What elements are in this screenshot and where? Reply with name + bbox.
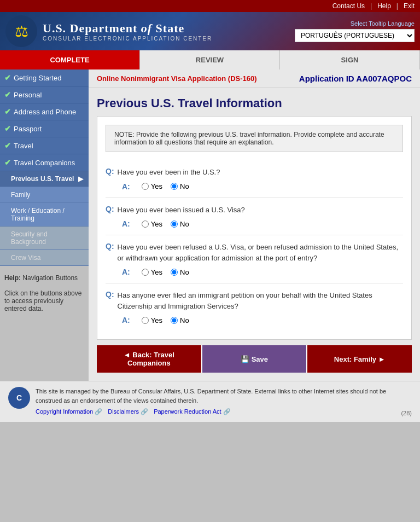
sidebar: ✔ Getting Started ✔ Personal ✔ Address a…	[0, 69, 89, 381]
a-label-1: A:	[122, 182, 130, 191]
question-row-4: Q: Has anyone ever filed an immigrant pe…	[106, 290, 403, 311]
separator2: |	[396, 2, 398, 10]
q3-yes-radio[interactable]	[142, 269, 149, 276]
disclaimers-link[interactable]: Disclaimers 🔗	[108, 407, 148, 416]
nav-buttons: ◄ Back: Travel Companions 💾 Save Next: F…	[97, 345, 412, 373]
footer-links: Copyright Information 🔗 Disclaimers 🔗 Pa…	[36, 407, 395, 416]
next-button[interactable]: Next: Family ►	[307, 345, 412, 373]
q3-no-radio[interactable]	[171, 269, 178, 276]
back-button[interactable]: ◄ Back: Travel Companions	[97, 345, 201, 373]
progress-tabs: COMPLETE REVIEW SIGN	[0, 50, 420, 69]
main-content: Online Nonimmigrant Visa Application (DS…	[89, 69, 420, 381]
check-icon: ✔	[4, 141, 11, 150]
q4-no-option[interactable]: No	[171, 316, 189, 324]
a-label-3: A:	[122, 268, 130, 276]
sidebar-item-passport[interactable]: ✔ Passport	[0, 120, 89, 137]
tooltip-label: Select Tooltip Language	[351, 20, 415, 27]
q2-no-radio[interactable]	[171, 221, 178, 228]
tooltip-section: Select Tooltip Language PORTUGUÊS (PORTU…	[295, 20, 415, 42]
sidebar-item-travel[interactable]: ✔ Travel	[0, 137, 89, 154]
top-bar: Contact Us | Help | Exit	[0, 0, 420, 12]
q4-no-radio[interactable]	[171, 317, 178, 324]
q-label-1: Q:	[106, 167, 114, 176]
a-label-4: A:	[122, 316, 130, 324]
help-link[interactable]: Help	[377, 2, 391, 10]
app-title: Online Nonimmigrant Visa Application (DS…	[97, 74, 257, 83]
q1-no-radio[interactable]	[171, 183, 178, 190]
q-label-3: Q:	[106, 242, 114, 251]
q-text-2: Have you ever been issued a U.S. Visa?	[118, 205, 245, 216]
seal-icon: ⚖	[5, 15, 37, 47]
footer-seal-icon: C	[8, 387, 30, 409]
sidebar-item-travel-companions[interactable]: ✔ Travel Companions	[0, 154, 89, 171]
note-box: NOTE: Provide the following previous U.S…	[106, 125, 403, 152]
footer-text-block: This site is managed by the Bureau of Co…	[36, 387, 395, 416]
question-block-4: Q: Has anyone ever filed an immigrant pe…	[106, 283, 403, 331]
tooltip-language-select[interactable]: PORTUGUÊS (PORTUGUESE)	[295, 29, 415, 42]
q-text-4: Has anyone ever filed an immigrant petit…	[118, 290, 403, 311]
copyright-link[interactable]: Copyright Information 🔗	[36, 407, 102, 416]
separator1: |	[370, 2, 372, 10]
check-icon: ✔	[4, 90, 11, 99]
sidebar-item-personal[interactable]: ✔ Personal	[0, 86, 89, 103]
center-name: CONSULAR ELECTRONIC APPLICATION CENTER	[43, 36, 289, 42]
q2-no-option[interactable]: No	[171, 220, 189, 228]
sidebar-subitem-family[interactable]: Family	[0, 187, 89, 203]
q2-yes-option[interactable]: Yes	[142, 220, 162, 228]
check-icon: ✔	[4, 158, 11, 167]
q4-yes-option[interactable]: Yes	[142, 316, 162, 324]
question-block-2: Q: Have you ever been issued a U.S. Visa…	[106, 198, 403, 236]
tab-review[interactable]: REVIEW	[140, 50, 280, 69]
sidebar-item-address-phone[interactable]: ✔ Address and Phone	[0, 103, 89, 120]
q-label-4: Q:	[106, 290, 114, 299]
content-wrapper: ✔ Getting Started ✔ Personal ✔ Address a…	[0, 69, 420, 381]
q-label-2: Q:	[106, 205, 114, 213]
sidebar-subitem-security[interactable]: Security and Background	[0, 227, 89, 250]
q-text-1: Have you ever been in the U.S.?	[118, 167, 220, 178]
q1-yes-option[interactable]: Yes	[142, 182, 162, 190]
app-header: Online Nonimmigrant Visa Application (DS…	[89, 69, 420, 88]
sidebar-subitem-work-education[interactable]: Work / Education / Training	[0, 203, 89, 227]
paperwork-link[interactable]: Paperwork Reduction Act 🔗	[154, 407, 231, 416]
app-id-label: Application ID	[299, 74, 354, 83]
answer-row-3: A: Yes No	[106, 268, 403, 276]
dept-name: U.S. Department of State	[43, 21, 289, 36]
check-icon: ✔	[4, 107, 11, 116]
question-row-2: Q: Have you ever been issued a U.S. Visa…	[106, 205, 403, 216]
contact-link[interactable]: Contact Us	[332, 2, 365, 10]
q3-yes-option[interactable]: Yes	[142, 268, 162, 276]
sidebar-subitem-crew-visa[interactable]: Crew Visa	[0, 250, 89, 266]
question-block-3: Q: Have you ever been refused a U.S. Vis…	[106, 235, 403, 283]
form-area: NOTE: Provide the following previous U.S…	[97, 116, 412, 340]
sidebar-subitem-previous-travel[interactable]: Previous U.S. Travel ▶	[0, 171, 89, 187]
tab-sign[interactable]: SIGN	[280, 50, 420, 69]
sidebar-item-getting-started[interactable]: ✔ Getting Started	[0, 69, 89, 86]
tab-complete[interactable]: COMPLETE	[0, 50, 140, 69]
q1-no-option[interactable]: No	[171, 182, 189, 190]
app-id: Application ID AA007AQPOC	[299, 74, 412, 83]
q2-yes-radio[interactable]	[142, 221, 149, 228]
footer: C This site is managed by the Bureau of …	[0, 381, 420, 422]
header: ⚖ U.S. Department of State CONSULAR ELEC…	[0, 12, 420, 50]
arrow-icon: ▶	[78, 175, 83, 183]
page-title: Previous U.S. Travel Information	[89, 88, 420, 116]
q1-yes-radio[interactable]	[142, 183, 149, 190]
footer-body-text: This site is managed by the Bureau of Co…	[36, 388, 386, 404]
check-icon: ✔	[4, 124, 11, 133]
exit-link[interactable]: Exit	[404, 2, 415, 10]
app-id-value: AA007AQPOC	[356, 74, 412, 83]
page-number: (28)	[401, 410, 412, 416]
answer-row-2: A: Yes No	[106, 219, 403, 228]
save-button[interactable]: 💾 Save	[201, 345, 308, 373]
q3-no-option[interactable]: No	[171, 268, 189, 276]
question-block-1: Q: Have you ever been in the U.S.? A: Ye…	[106, 160, 403, 198]
question-row-3: Q: Have you ever been refused a U.S. Vis…	[106, 242, 403, 263]
help-box: Help: Navigation Buttons Click on the bu…	[0, 269, 89, 318]
a-label-2: A:	[122, 219, 130, 228]
answer-row-4: A: Yes No	[106, 316, 403, 324]
question-row-1: Q: Have you ever been in the U.S.?	[106, 167, 403, 178]
answer-row-1: A: Yes No	[106, 182, 403, 191]
q4-yes-radio[interactable]	[142, 317, 149, 324]
department-title: U.S. Department of State CONSULAR ELECTR…	[43, 21, 289, 42]
check-icon: ✔	[4, 73, 11, 82]
